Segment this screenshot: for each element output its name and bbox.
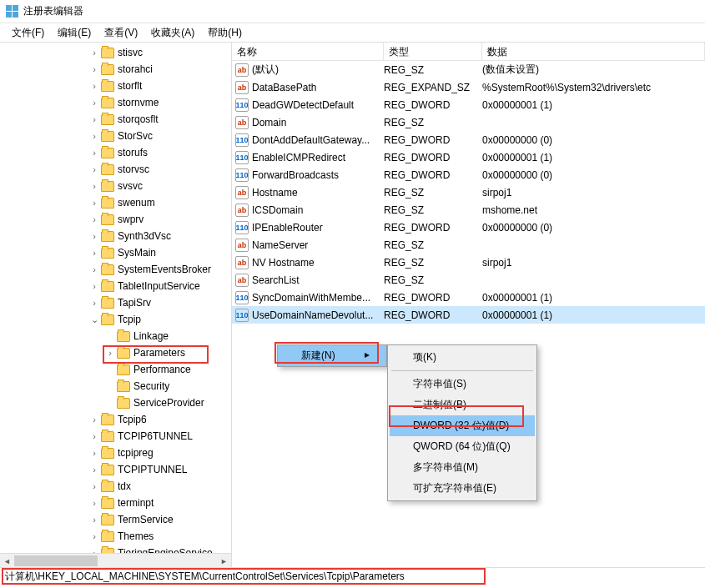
- tree-item[interactable]: ›Parameters: [0, 344, 231, 361]
- list-row[interactable]: 110UseDomainNameDevolut...REG_DWORD0x000…: [232, 306, 705, 324]
- tree-item[interactable]: ›storflt: [0, 78, 231, 94]
- expand-icon[interactable]: ›: [103, 348, 117, 358]
- expand-icon[interactable]: ›: [88, 281, 101, 291]
- expand-icon[interactable]: ›: [88, 64, 101, 74]
- col-name[interactable]: 名称: [232, 43, 384, 60]
- list-row[interactable]: ab(默认)REG_SZ(数值未设置): [232, 61, 705, 78]
- tree-item[interactable]: ›stisvc: [0, 44, 231, 61]
- tree-label: TermService: [118, 514, 174, 525]
- expand-icon[interactable]: ›: [88, 198, 101, 208]
- expand-icon[interactable]: ›: [88, 114, 101, 124]
- tree-scrollbar-h[interactable]: ◄ ►: [0, 553, 231, 567]
- tree-item[interactable]: ›SystemEventsBroker: [0, 261, 231, 278]
- tree-label: Linkage: [133, 330, 169, 342]
- list-row[interactable]: 110DontAddDefaultGateway...REG_DWORD0x00…: [232, 131, 705, 148]
- list-row[interactable]: abDomainREG_SZ: [232, 113, 705, 131]
- tree-item[interactable]: ›Themes: [0, 528, 231, 545]
- tree-label: storahci: [118, 63, 153, 75]
- expand-icon[interactable]: ›: [88, 214, 101, 224]
- expand-icon[interactable]: ›: [88, 431, 101, 441]
- expand-icon[interactable]: ›: [88, 498, 101, 508]
- list-row[interactable]: 110IPEnableRouterREG_DWORD0x00000000 (0): [232, 219, 705, 236]
- folder-icon: [101, 431, 114, 442]
- value-type: REG_SZ: [384, 64, 482, 76]
- tree-item[interactable]: ⌄Tcpip: [0, 311, 231, 328]
- expand-icon[interactable]: ›: [88, 48, 101, 58]
- tree-item[interactable]: ›storahci: [0, 61, 231, 78]
- folder-icon: [101, 98, 114, 108]
- tree-item[interactable]: ›TCPIP6TUNNEL: [0, 428, 231, 445]
- tree-item[interactable]: Linkage: [0, 328, 231, 344]
- tree-item[interactable]: ›tdx: [0, 478, 231, 495]
- tree-item[interactable]: ›storvsc: [0, 161, 231, 178]
- tree-item[interactable]: ›storufs: [0, 144, 231, 161]
- tree-item[interactable]: ›Tcpip6: [0, 411, 231, 428]
- scroll-thumb[interactable]: [14, 555, 98, 566]
- menu-item[interactable]: DWORD (32 位)值(D): [390, 415, 535, 436]
- list-row[interactable]: abSearchListREG_SZ: [232, 271, 705, 289]
- menu-item[interactable]: 可扩充字符串值(E): [390, 478, 535, 499]
- dword-value-icon: 110: [235, 221, 249, 234]
- tree-item[interactable]: Security: [0, 378, 231, 395]
- tree-item[interactable]: ›storqosflt: [0, 111, 231, 128]
- menu-item[interactable]: 帮助(H): [201, 24, 249, 42]
- menu-item[interactable]: 项(K): [390, 347, 535, 368]
- menu-item[interactable]: 文件(F): [5, 24, 51, 42]
- tree-item[interactable]: ServiceProvider: [0, 395, 231, 411]
- tree-item[interactable]: ›swenum: [0, 194, 231, 211]
- expand-icon[interactable]: ›: [88, 531, 101, 541]
- menu-item[interactable]: 收藏夹(A): [144, 24, 201, 42]
- scroll-left-icon[interactable]: ◄: [0, 554, 14, 567]
- tree-item[interactable]: ›swprv: [0, 211, 231, 228]
- tree-item[interactable]: ›stornvme: [0, 94, 231, 111]
- list-row[interactable]: abNameServerREG_SZ: [232, 236, 705, 254]
- expand-icon[interactable]: ›: [88, 481, 101, 491]
- expand-icon[interactable]: ›: [88, 465, 101, 475]
- list-row[interactable]: 110DeadGWDetectDefaultREG_DWORD0x0000000…: [232, 96, 705, 113]
- scroll-right-icon[interactable]: ►: [217, 554, 231, 567]
- tree-item[interactable]: ›TermService: [0, 511, 231, 528]
- expand-icon[interactable]: ›: [88, 248, 101, 258]
- list-row[interactable]: abICSDomainREG_SZmshome.net: [232, 201, 705, 219]
- expand-icon[interactable]: ›: [88, 181, 101, 191]
- list-row[interactable]: 110ForwardBroadcastsREG_DWORD0x00000000 …: [232, 166, 705, 183]
- tree-item[interactable]: ›StorSvc: [0, 128, 231, 144]
- tree-item[interactable]: ›TabletInputService: [0, 278, 231, 294]
- col-data[interactable]: 数据: [482, 43, 705, 60]
- expand-icon[interactable]: ›: [88, 515, 101, 525]
- menu-item[interactable]: 二进制值(B): [390, 395, 535, 415]
- list-row[interactable]: abHostnameREG_SZsirpoj1: [232, 183, 705, 201]
- tree-pane[interactable]: ›stisvc›storahci›storflt›stornvme›storqo…: [0, 43, 232, 567]
- list-row[interactable]: abDataBasePathREG_EXPAND_SZ%SystemRoot%\…: [232, 78, 705, 96]
- expand-icon[interactable]: ›: [88, 264, 101, 274]
- menu-item[interactable]: 字符串值(S): [390, 374, 535, 395]
- col-type[interactable]: 类型: [384, 43, 482, 60]
- menu-item[interactable]: 编辑(E): [51, 24, 98, 42]
- tree-item[interactable]: ›svsvc: [0, 178, 231, 194]
- expand-icon[interactable]: ›: [88, 148, 101, 158]
- tree-item[interactable]: ›terminpt: [0, 495, 231, 511]
- list-row[interactable]: 110EnableICMPRedirectREG_DWORD0x00000001…: [232, 148, 705, 166]
- expand-icon[interactable]: ›: [88, 298, 101, 308]
- expand-icon[interactable]: ›: [88, 448, 101, 458]
- menu-item[interactable]: 查看(V): [98, 24, 144, 42]
- expand-icon[interactable]: ⌄: [88, 314, 101, 325]
- tree-item[interactable]: ›TapiSrv: [0, 294, 231, 311]
- folder-icon: [101, 114, 114, 125]
- menu-item-new[interactable]: 新建(N) ▸: [278, 345, 386, 366]
- expand-icon[interactable]: ›: [88, 98, 101, 108]
- expand-icon[interactable]: ›: [88, 131, 101, 141]
- tree-item[interactable]: ›SysMain: [0, 244, 231, 261]
- tree-item[interactable]: ›TCPIPTUNNEL: [0, 461, 231, 478]
- list-row[interactable]: abNV HostnameREG_SZsirpoj1: [232, 254, 705, 271]
- list-row[interactable]: 110SyncDomainWithMembe...REG_DWORD0x0000…: [232, 289, 705, 306]
- expand-icon[interactable]: ›: [88, 231, 101, 241]
- tree-item[interactable]: ›tcpipreg: [0, 445, 231, 461]
- expand-icon[interactable]: ›: [88, 81, 101, 91]
- tree-item[interactable]: Performance: [0, 361, 231, 378]
- expand-icon[interactable]: ›: [88, 415, 101, 425]
- menu-item[interactable]: QWORD (64 位)值(Q): [390, 436, 535, 457]
- tree-item[interactable]: ›Synth3dVsc: [0, 228, 231, 244]
- expand-icon[interactable]: ›: [88, 164, 101, 174]
- menu-item[interactable]: 多字符串值(M): [390, 457, 535, 478]
